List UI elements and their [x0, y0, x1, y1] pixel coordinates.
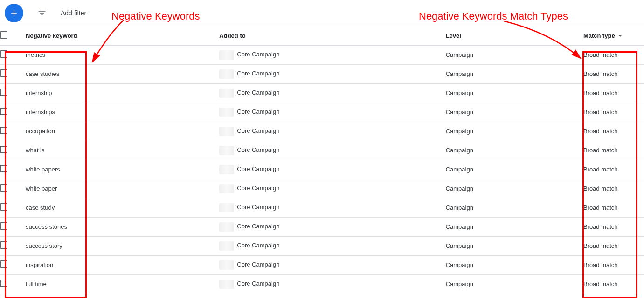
cell-level: Campaign	[446, 141, 583, 160]
toolbar: Add filter	[0, 0, 644, 26]
row-checkbox[interactable]	[0, 69, 7, 77]
table-header-row: Negative keyword Added to Level Match ty…	[0, 26, 644, 45]
row-checkbox[interactable]	[0, 222, 7, 230]
cell-added-to: Core Campaign	[219, 274, 445, 294]
table-row[interactable]: full timeCore CampaignCampaignBroad matc…	[0, 274, 644, 294]
match-type-label: Match type	[583, 32, 615, 39]
cell-keyword: case study	[26, 198, 219, 217]
table-row[interactable]: internshipCore CampaignCampaignBroad mat…	[0, 83, 644, 103]
table-row[interactable]: success storiesCore CampaignCampaignBroa…	[0, 217, 644, 236]
cell-added-to: Core Campaign	[219, 122, 445, 141]
cell-added-to: Core Campaign	[219, 236, 445, 255]
cell-added-to: Core Campaign	[219, 255, 445, 274]
redacted-icon	[219, 108, 234, 117]
redacted-icon	[219, 69, 234, 79]
cell-level: Campaign	[446, 103, 583, 122]
redacted-icon	[219, 280, 234, 289]
cell-added-to: Core Campaign	[219, 64, 445, 83]
cell-keyword: success stories	[26, 217, 219, 236]
table-row[interactable]: inspirationCore CampaignCampaignBroad ma…	[0, 255, 644, 274]
row-checkbox[interactable]	[0, 260, 7, 268]
table-row[interactable]: occupationCore CampaignCampaignBroad mat…	[0, 122, 644, 141]
cell-match-type: Broad match	[583, 236, 644, 255]
cell-match-type: Broad match	[583, 122, 644, 141]
row-checkbox[interactable]	[0, 280, 7, 287]
cell-added-to: Core Campaign	[219, 198, 445, 217]
cell-added-to: Core Campaign	[219, 83, 445, 103]
add-filter-link[interactable]: Add filter	[61, 9, 86, 17]
cell-level: Campaign	[446, 122, 583, 141]
cell-level: Campaign	[446, 255, 583, 274]
sort-desc-icon	[617, 32, 623, 39]
row-checkbox[interactable]	[0, 108, 7, 115]
cell-match-type: Broad match	[583, 179, 644, 198]
cell-level: Campaign	[446, 217, 583, 236]
redacted-icon	[219, 241, 234, 251]
cell-added-to: Core Campaign	[219, 217, 445, 236]
redacted-icon	[219, 127, 234, 136]
cell-keyword: internship	[26, 83, 219, 103]
cell-match-type: Broad match	[583, 103, 644, 122]
cell-match-type: Broad match	[583, 217, 644, 236]
cell-added-to: Core Campaign	[219, 141, 445, 160]
row-checkbox[interactable]	[0, 184, 7, 192]
row-checkbox[interactable]	[0, 127, 7, 134]
table-row[interactable]: case studyCore CampaignCampaignBroad mat…	[0, 198, 644, 217]
redacted-icon	[219, 203, 234, 212]
redacted-icon	[219, 184, 234, 193]
cell-added-to: Core Campaign	[219, 160, 445, 179]
redacted-icon	[219, 146, 234, 155]
cell-match-type: Broad match	[583, 45, 644, 64]
cell-keyword: occupation	[26, 122, 219, 141]
cell-keyword: what is	[26, 141, 219, 160]
table-row[interactable]: case studiesCore CampaignCampaignBroad m…	[0, 64, 644, 83]
redacted-icon	[219, 260, 234, 270]
cell-keyword: case studies	[26, 64, 219, 83]
row-checkbox[interactable]	[0, 165, 7, 172]
cell-added-to: Core Campaign	[219, 103, 445, 122]
row-checkbox[interactable]	[0, 50, 7, 58]
cell-keyword: metrics	[26, 45, 219, 64]
cell-added-to: Core Campaign	[219, 179, 445, 198]
row-checkbox[interactable]	[0, 203, 7, 211]
filter-icon	[37, 8, 47, 18]
redacted-icon	[219, 89, 234, 98]
row-checkbox[interactable]	[0, 146, 7, 153]
cell-keyword: success story	[26, 236, 219, 255]
cell-keyword: white papers	[26, 160, 219, 179]
row-checkbox[interactable]	[0, 89, 7, 96]
redacted-icon	[219, 165, 234, 174]
cell-level: Campaign	[446, 45, 583, 64]
table-row[interactable]: what isCore CampaignCampaignBroad match	[0, 141, 644, 160]
col-header-match-type[interactable]: Match type	[583, 26, 644, 45]
cell-match-type: Broad match	[583, 274, 644, 294]
cell-keyword: internships	[26, 103, 219, 122]
select-all-checkbox[interactable]	[0, 31, 7, 39]
cell-match-type: Broad match	[583, 198, 644, 217]
cell-level: Campaign	[446, 160, 583, 179]
col-header-added-to[interactable]: Added to	[219, 26, 445, 45]
row-checkbox[interactable]	[0, 241, 7, 249]
filter-button[interactable]	[36, 7, 48, 19]
cell-match-type: Broad match	[583, 255, 644, 274]
table-row[interactable]: white paperCore CampaignCampaignBroad ma…	[0, 179, 644, 198]
cell-level: Campaign	[446, 64, 583, 83]
cell-added-to: Core Campaign	[219, 45, 445, 64]
cell-keyword: white paper	[26, 179, 219, 198]
cell-level: Campaign	[446, 236, 583, 255]
table-row[interactable]: success storyCore CampaignCampaignBroad …	[0, 236, 644, 255]
table-row[interactable]: internshipsCore CampaignCampaignBroad ma…	[0, 103, 644, 122]
cell-match-type: Broad match	[583, 141, 644, 160]
col-header-negative-keyword[interactable]: Negative keyword	[26, 26, 219, 45]
cell-level: Campaign	[446, 274, 583, 294]
col-header-level[interactable]: Level	[446, 26, 583, 45]
redacted-icon	[219, 222, 234, 232]
cell-level: Campaign	[446, 198, 583, 217]
cell-level: Campaign	[446, 83, 583, 103]
add-button[interactable]	[5, 4, 23, 22]
table-row[interactable]: white papersCore CampaignCampaignBroad m…	[0, 160, 644, 179]
cell-match-type: Broad match	[583, 160, 644, 179]
plus-icon	[9, 8, 19, 18]
cell-keyword: inspiration	[26, 255, 219, 274]
table-row[interactable]: metricsCore CampaignCampaignBroad match	[0, 45, 644, 64]
